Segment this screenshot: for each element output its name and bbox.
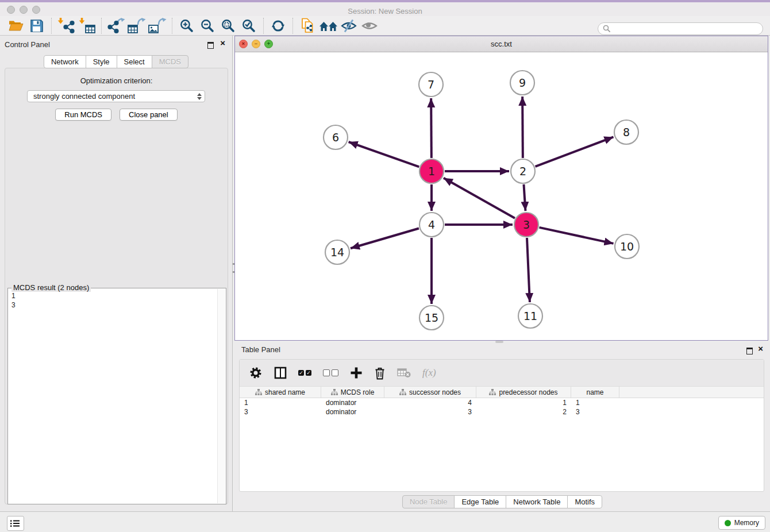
node-6[interactable]: 6 — [324, 125, 348, 149]
tab-mcds[interactable]: MCDS — [152, 55, 188, 68]
column-type-icon — [255, 389, 262, 396]
function-icon: f(x) — [422, 367, 436, 379]
mcds-result-node[interactable]: 3 — [11, 300, 214, 310]
edge-2-9[interactable] — [522, 97, 523, 158]
table-row[interactable]: 3dominator323 — [240, 407, 764, 417]
node-8[interactable]: 8 — [614, 120, 638, 144]
column-label: MCDS role — [341, 388, 375, 396]
cell-predecessor-nodes[interactable]: 2 — [476, 408, 571, 416]
column-header-mcds-role[interactable]: MCDS role — [321, 387, 384, 398]
cell-predecessor-nodes[interactable]: 1 — [476, 399, 571, 407]
svg-text:4: 4 — [428, 218, 435, 231]
tab-node-table[interactable]: Node Table — [402, 495, 455, 508]
toolbar-separator — [172, 18, 172, 34]
deselect-all-icon[interactable] — [323, 369, 338, 376]
zoom-in-icon[interactable] — [176, 17, 197, 34]
tab-select[interactable]: Select — [117, 55, 152, 68]
column-type-icon — [489, 389, 496, 396]
export-table-icon[interactable] — [126, 17, 147, 34]
node-9[interactable]: 9 — [510, 71, 534, 95]
edge-4-14[interactable] — [351, 228, 419, 248]
table-tabs: Node TableEdge TableNetwork TableMotifs — [234, 495, 770, 508]
mcds-panel: Optimization criterion: strongly connect… — [5, 68, 228, 504]
cell-name[interactable]: 1 — [571, 399, 619, 407]
export-network-icon[interactable] — [106, 17, 126, 34]
task-history-button[interactable] — [7, 516, 24, 531]
network-window-titlebar[interactable]: × − + scc.txt — [235, 36, 768, 52]
svg-text:11: 11 — [523, 310, 537, 322]
tab-edge-table[interactable]: Edge Table — [454, 495, 506, 508]
columns-icon[interactable] — [274, 367, 287, 379]
cell-successor-nodes[interactable]: 4 — [384, 399, 476, 407]
toolbar-separator — [263, 18, 264, 34]
node-1[interactable]: 1 — [419, 159, 444, 183]
close-panel-icon[interactable]: × — [220, 40, 225, 47]
memory-button[interactable]: Memory — [718, 516, 765, 530]
svg-text:7: 7 — [428, 78, 434, 91]
edge-3-10[interactable] — [539, 228, 613, 244]
zoom-fit-icon[interactable] — [218, 17, 238, 34]
column-header-shared-name[interactable]: shared name — [240, 387, 321, 398]
settings-icon[interactable] — [249, 366, 263, 380]
refresh-icon[interactable] — [268, 17, 288, 34]
show-details-icon[interactable] — [359, 17, 380, 34]
result-scrollbar[interactable] — [217, 289, 225, 503]
export-image-icon[interactable] — [147, 17, 168, 34]
search-box[interactable] — [598, 22, 763, 35]
node-11[interactable]: 11 — [518, 304, 542, 328]
edge-3-1[interactable] — [444, 178, 515, 218]
close-panel-button[interactable]: Close panel — [120, 109, 178, 121]
float-table-panel-icon[interactable] — [746, 346, 753, 357]
delete-row-icon[interactable] — [374, 367, 386, 380]
search-input[interactable] — [614, 24, 758, 34]
home-icon[interactable] — [318, 17, 338, 34]
mcds-result-node[interactable]: 1 — [11, 291, 214, 300]
svg-text:14: 14 — [330, 246, 344, 259]
column-header-name[interactable]: name — [571, 387, 619, 398]
node-3[interactable]: 3 — [514, 213, 538, 237]
close-table-panel-icon[interactable]: × — [758, 345, 763, 352]
run-mcds-button[interactable]: Run MCDS — [55, 109, 111, 121]
column-header-successor-nodes[interactable]: successor nodes — [384, 387, 476, 398]
network-canvas[interactable]: 7968124314101511 — [235, 52, 768, 341]
cell-shared-name[interactable]: 1 — [240, 399, 321, 407]
node-10[interactable]: 10 — [615, 234, 639, 259]
edge-1-6[interactable] — [349, 142, 419, 167]
select-all-icon[interactable]: ✓✓ — [298, 370, 311, 376]
tab-network[interactable]: Network — [44, 55, 86, 68]
cell-mcds-role[interactable]: dominator — [321, 408, 384, 416]
svg-text:3: 3 — [523, 218, 530, 231]
mcds-result-list[interactable]: 13 — [8, 290, 218, 504]
criterion-select[interactable]: strongly connected component — [27, 90, 205, 102]
zoom-selected-icon[interactable] — [238, 17, 259, 34]
column-header-predecessor-nodes[interactable]: predecessor nodes — [476, 387, 571, 398]
node-14[interactable]: 14 — [325, 240, 349, 264]
tab-network-table[interactable]: Network Table — [506, 495, 568, 508]
edge-2-3[interactable] — [523, 184, 525, 211]
edge-1-7[interactable] — [431, 98, 432, 158]
clear-table-icon — [397, 368, 411, 378]
open-session-icon[interactable] — [6, 17, 26, 34]
tab-motifs[interactable]: Motifs — [567, 495, 602, 508]
float-panel-icon[interactable] — [207, 41, 214, 51]
node-2[interactable]: 2 — [511, 159, 535, 183]
tab-style[interactable]: Style — [86, 55, 117, 68]
edge-3-11[interactable] — [527, 238, 530, 302]
cell-shared-name[interactable]: 3 — [240, 408, 321, 416]
zoom-out-icon[interactable] — [197, 17, 218, 34]
hide-details-icon[interactable] — [338, 17, 359, 34]
table-row[interactable]: 1dominator411 — [240, 398, 764, 407]
cell-successor-nodes[interactable]: 3 — [384, 408, 476, 416]
import-network-icon[interactable] — [56, 17, 76, 34]
edge-2-8[interactable] — [536, 137, 614, 166]
node-15[interactable]: 15 — [419, 306, 444, 330]
save-session-icon[interactable] — [26, 17, 47, 34]
cell-name[interactable]: 3 — [571, 408, 619, 416]
cell-mcds-role[interactable]: dominator — [321, 399, 384, 407]
add-row-icon[interactable] — [350, 367, 363, 379]
node-4[interactable]: 4 — [419, 213, 444, 237]
node-7[interactable]: 7 — [419, 72, 443, 97]
duplicate-network-icon[interactable] — [297, 17, 318, 34]
toolbar-separator — [51, 18, 52, 34]
import-table-icon[interactable] — [76, 17, 97, 34]
